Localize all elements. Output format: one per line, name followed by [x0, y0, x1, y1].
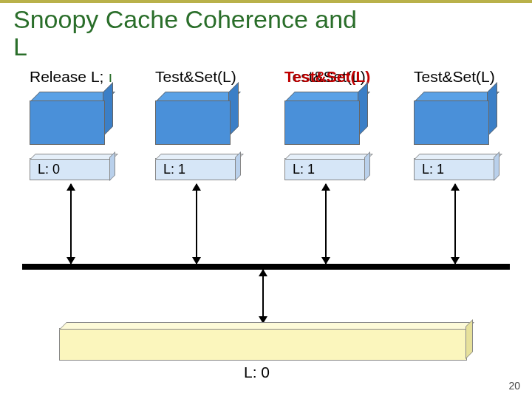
proc-0-cacheline: L: 0: [30, 158, 111, 180]
slide-root: Snoopy Cache Coherence and L Release L;ı…: [0, 0, 532, 399]
proc-0-cacheline-value: L: 0: [38, 162, 60, 177]
proc-3-cacheline: L: 1: [414, 158, 495, 180]
proc-2-cacheline-value: L: 1: [293, 162, 315, 177]
proc-0-cache-icon: [30, 92, 111, 143]
proc-3-cache-icon: [414, 92, 495, 143]
main-memory-icon: [59, 328, 467, 361]
proc-0-bus-link-icon: [70, 184, 72, 264]
proc-0-action-label: Release L;ı: [30, 68, 115, 86]
slide-title: Snoopy Cache Coherence and L: [13, 6, 357, 61]
proc-1-cache-icon: [155, 92, 236, 143]
proc-1-cacheline-value: L: 1: [163, 162, 185, 177]
title-line-2-fragment: L: [13, 33, 357, 61]
proc-1-bus-link-icon: [196, 184, 197, 264]
proc-2-bus-link-icon: [325, 184, 327, 264]
proc-2-action-label-highlight: Test&Set(L): [284, 68, 370, 86]
proc-3-bus-link-icon: [454, 184, 456, 264]
proc-1-action-label: Test&Set(L): [155, 68, 236, 86]
memory-bus-link-icon: [262, 270, 264, 323]
page-number: 20: [508, 380, 520, 392]
proc-1-cacheline: L: 1: [155, 158, 236, 180]
proc-3-cacheline-value: L: 1: [422, 162, 444, 177]
proc-2-cache-icon: [284, 92, 366, 143]
title-line-1: Snoopy Cache Coherence and: [13, 5, 357, 33]
release-text: Release L;: [30, 68, 103, 85]
proc-2-cacheline: L: 1: [284, 158, 366, 180]
memory-value: L: 0: [244, 364, 270, 381]
proc-3-action-label: Test&Set(L): [414, 68, 495, 86]
